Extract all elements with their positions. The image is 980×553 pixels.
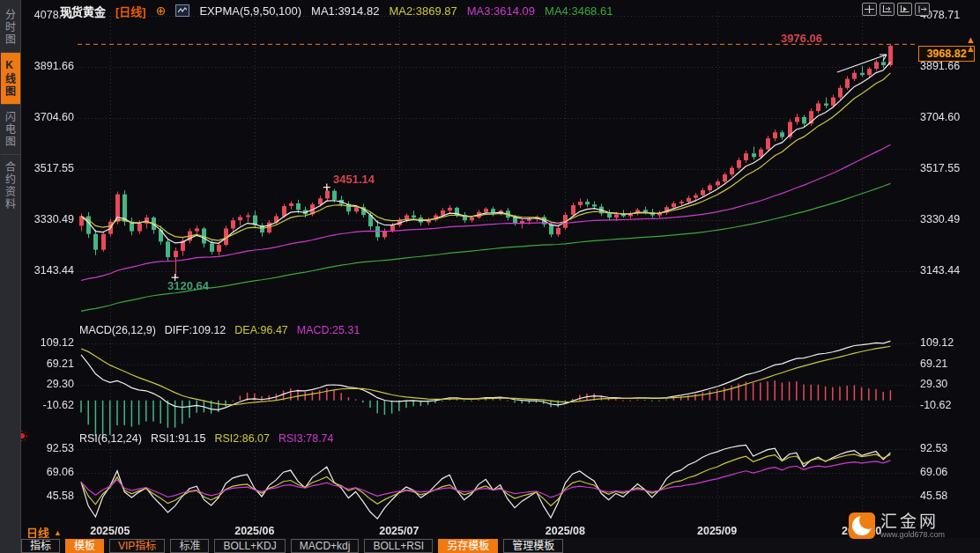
low-price-annotation: 3120.64 xyxy=(167,279,209,292)
axis-label: 3704.60 xyxy=(23,111,74,123)
tab-boll-rsi[interactable]: BOLL+RSI xyxy=(364,539,433,553)
macd-bar-value: MACD:25.31 xyxy=(297,324,360,336)
chart-tool-buttons xyxy=(862,3,930,16)
tab-manage-templates[interactable]: 管理模板 xyxy=(503,539,563,553)
axis-label: 109.12 xyxy=(920,336,954,349)
tab-boll-kdj[interactable]: BOLL+KDJ xyxy=(214,539,285,553)
axis-label: 69.06 xyxy=(23,466,74,478)
logo-url: www.gold678.com xyxy=(880,530,945,539)
axis-label: -10.62 xyxy=(920,399,951,411)
axis-label: 3143.44 xyxy=(920,264,960,276)
rsi2-value: RSI2:86.07 xyxy=(214,432,270,445)
crosshair-icon[interactable] xyxy=(862,3,877,16)
axis-label: 69.21 xyxy=(23,358,74,370)
axis-label: 29.30 xyxy=(920,378,947,390)
trading-app-window: 分时图 K线图 闪电图 合约资料 现货黄金 [日线] ⊕ EXPMA(5,9,5… xyxy=(0,0,980,553)
axis-label: 92.53 xyxy=(23,442,74,454)
indicator-toolbar: 指标 模板 VIP指标 标准 BOLL+KDJ MACD+kdj BOLL+RS… xyxy=(21,538,980,553)
tab-standard[interactable]: 标准 xyxy=(170,539,209,553)
tab-vip-indicators[interactable]: VIP指标 xyxy=(109,539,165,553)
rsi-title: RSI(6,12,24) xyxy=(79,432,142,445)
macd-title: MACD(26,12,9) xyxy=(79,324,156,336)
expma-indicator-title[interactable]: EXPMA(5,9,50,100) xyxy=(199,4,301,18)
zoom-plus-icon[interactable]: ⊕ xyxy=(156,4,167,17)
axis-label: 3330.49 xyxy=(920,213,960,225)
indicator-chart-icon[interactable] xyxy=(175,4,189,17)
site-logo: 汇金网 www.gold678.com xyxy=(849,512,945,539)
axis-label: 109.12 xyxy=(23,336,74,349)
axis-label: 3330.49 xyxy=(23,213,74,225)
rsi1-value: RSI1:91.15 xyxy=(151,432,206,445)
rsi-panel-header[interactable]: RSI(6,12,24) RSI1:91.15 RSI2:86.07 RSI3:… xyxy=(79,432,334,445)
axis-label: 29.30 xyxy=(23,378,74,390)
symbol-name: 现货黄金 xyxy=(60,3,106,19)
axis-label: 3891.66 xyxy=(23,60,74,72)
ma3-value: MA3:3614.09 xyxy=(467,4,535,18)
axis-label: 45.58 xyxy=(23,490,74,502)
last-price-value: 3968.82 xyxy=(926,48,966,60)
swing-high-annotation: 3451.14 xyxy=(333,173,375,186)
tab-indicators[interactable]: 指标 xyxy=(21,539,60,553)
axis-label: 3143.44 xyxy=(23,264,74,276)
pan-to-latest-icon[interactable] xyxy=(915,3,930,16)
logo-crescent-icon xyxy=(849,512,875,539)
period-tag[interactable]: [日线] xyxy=(115,3,146,19)
axis-label: 45.58 xyxy=(920,490,947,502)
axis-label: 3891.66 xyxy=(920,60,960,72)
high-price-annotation: 3976.06 xyxy=(781,32,822,45)
macd-diff-value: DIFF:109.12 xyxy=(165,324,226,336)
rsi3-value: RSI3:78.74 xyxy=(278,432,334,445)
ma4-value: MA4:3468.61 xyxy=(545,4,612,18)
chart-canvas[interactable] xyxy=(0,0,980,553)
axis-label: -10.62 xyxy=(23,399,74,411)
axis-label: 2025/07 xyxy=(376,525,422,537)
axis-label: 69.21 xyxy=(920,358,947,370)
axis-label: 2025/06 xyxy=(232,525,278,537)
axis-label: 2025/05 xyxy=(87,525,133,537)
sidebar-item-kline[interactable]: K线图 xyxy=(1,52,20,104)
sidebar-item-lightning[interactable]: 闪电图 xyxy=(1,104,20,154)
tab-macd-kdj[interactable]: MACD+kdj xyxy=(291,539,360,553)
axis-label: 3704.60 xyxy=(920,111,960,123)
ma1-value: MA1:3914.82 xyxy=(311,4,379,18)
zoom-axis-left-icon[interactable] xyxy=(880,3,895,16)
macd-panel-header[interactable]: MACD(26,12,9) DIFF:109.12 DEA:96.47 MACD… xyxy=(79,324,360,336)
ma2-value: MA2:3869.87 xyxy=(389,4,457,18)
axis-label: 69.06 xyxy=(920,466,947,478)
period-up-triangle-icon: ▲ xyxy=(54,528,62,537)
axis-label: 3517.55 xyxy=(23,162,74,174)
axis-label: 92.53 xyxy=(920,442,947,454)
logo-title: 汇金网 xyxy=(880,513,945,530)
price-up-arrow-icon: ▲▲ xyxy=(966,35,976,53)
sidebar-item-timeshare[interactable]: 分时图 xyxy=(1,3,20,52)
sidebar-item-contract-info[interactable]: 合约资料 xyxy=(1,154,20,217)
tab-templates[interactable]: 模板 xyxy=(65,539,104,553)
chart-header: 现货黄金 [日线] ⊕ EXPMA(5,9,50,100) MA1:3914.8… xyxy=(60,3,612,18)
axis-label: 2025/08 xyxy=(542,525,588,537)
chart-type-sidebar: 分时图 K线图 闪电图 合约资料 xyxy=(0,0,21,553)
macd-dea-value: DEA:96.47 xyxy=(234,324,287,336)
zoom-axis-play-icon[interactable] xyxy=(897,3,912,16)
axis-label: 2025/09 xyxy=(694,525,740,537)
axis-label: 3517.55 xyxy=(920,162,960,174)
tab-save-template[interactable]: 另存模板 xyxy=(438,539,498,553)
